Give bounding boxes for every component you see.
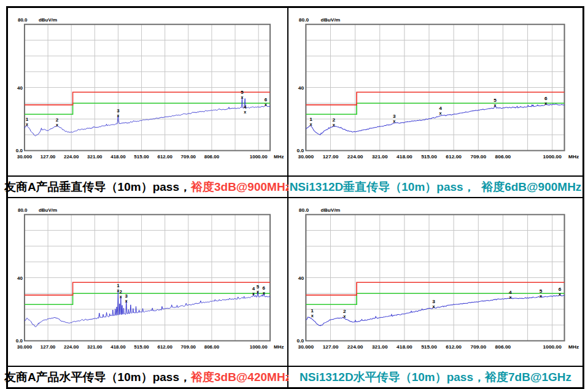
svg-text:3: 3 [393, 114, 396, 119]
chart-nsi1312d-horizontal: 1x2x3x4x5x6x80.0dBuV/m400.030.000127.002… [288, 198, 582, 366]
svg-text:1: 1 [311, 309, 314, 314]
caption-margin-text: 裕度3dB@420MHz [191, 371, 291, 383]
svg-text:x: x [540, 295, 542, 299]
svg-text:515.00: 515.00 [134, 344, 149, 350]
svg-text:806.00: 806.00 [204, 154, 220, 160]
svg-text:0.0: 0.0 [297, 339, 304, 344]
svg-text:x: x [26, 122, 28, 126]
emc-chart-nsi1312d-horizontal: 1x2x3x4x5x6x80.0dBuV/m400.030.000127.002… [288, 198, 582, 366]
svg-text:321.00: 321.00 [87, 154, 103, 160]
caption-text: NSi1312D垂直传导（10m）pass， 裕度6dB@900MHz [290, 181, 582, 193]
caption-text: NSi1312D水平传导（10m）pass，裕度7dB@1GHz [300, 371, 571, 383]
svg-text:40: 40 [298, 85, 304, 91]
svg-text:x: x [509, 295, 511, 300]
caption-nsi1312d-vertical: NSi1312D垂直传导（10m）pass， 裕度6dB@900MHz [288, 177, 582, 197]
svg-text:3: 3 [117, 108, 120, 114]
svg-text:3: 3 [432, 299, 435, 305]
svg-text:418.00: 418.00 [397, 345, 412, 350]
svg-text:1: 1 [117, 283, 120, 288]
svg-text:612.00: 612.00 [446, 155, 462, 160]
svg-text:x: x [393, 119, 395, 124]
caption-text: 友商A产品垂直传导（10m）pass， [4, 181, 191, 193]
svg-text:515.00: 515.00 [421, 345, 437, 350]
svg-text:127.00: 127.00 [41, 154, 56, 160]
svg-text:40: 40 [298, 275, 304, 281]
caption-row-horizontal: 友商A产品水平传导（10m）pass，裕度3dB@420MHz NSi1312D… [8, 366, 582, 388]
svg-text:4: 4 [509, 290, 512, 295]
svg-text:224.00: 224.00 [347, 345, 363, 350]
svg-text:0.0: 0.0 [297, 148, 304, 154]
svg-text:709.00: 709.00 [470, 345, 486, 350]
svg-text:dBuV/m: dBuV/m [321, 17, 341, 23]
svg-text:6: 6 [263, 285, 266, 291]
svg-text:dBuV/m: dBuV/m [39, 17, 57, 23]
caption-competitor-vertical: 友商A产品垂直传导（10m）pass，裕度3dB@900MHz [8, 177, 288, 197]
svg-text:80.0: 80.0 [18, 207, 28, 213]
svg-text:x: x [241, 95, 244, 99]
svg-text:30.000: 30.000 [17, 344, 33, 350]
svg-text:806.00: 806.00 [495, 155, 511, 160]
svg-text:x: x [343, 315, 346, 320]
svg-text:0.0: 0.0 [16, 148, 23, 153]
svg-text:515.00: 515.00 [134, 154, 149, 160]
svg-text:x: x [439, 111, 442, 116]
svg-text:127.00: 127.00 [323, 345, 339, 350]
svg-text:x: x [265, 102, 267, 107]
svg-text:x: x [120, 295, 122, 299]
chart-nsi1312d-vertical: 1x2x3x4x5x6x80.0dBuV/m400.030.000127.002… [288, 8, 582, 175]
svg-text:MHz: MHz [274, 154, 284, 160]
caption-text: 友商A产品水平传导（10m）pass， [4, 371, 191, 383]
svg-text:321.00: 321.00 [372, 155, 388, 160]
emc-chart-competitor-vertical: 1x2x3x4x5x6x80.0dBuV/m400.030.000127.002… [8, 8, 287, 175]
svg-text:3: 3 [125, 293, 128, 299]
svg-text:x: x [257, 290, 259, 294]
svg-text:1000.00: 1000.00 [250, 344, 268, 350]
caption-row-vertical: 友商A产品垂直传导（10m）pass，裕度3dB@900MHz NSi1312D… [8, 175, 582, 198]
svg-text:4: 4 [439, 106, 442, 111]
svg-text:30.000: 30.000 [17, 154, 33, 160]
svg-text:dBuV/m: dBuV/m [39, 207, 57, 213]
svg-text:x: x [432, 305, 435, 310]
svg-text:418.00: 418.00 [110, 344, 126, 350]
svg-text:30.000: 30.000 [298, 155, 314, 160]
svg-text:321.00: 321.00 [87, 344, 103, 350]
svg-text:1: 1 [26, 117, 29, 122]
svg-text:80.0: 80.0 [18, 17, 28, 23]
svg-text:224.00: 224.00 [347, 155, 363, 160]
svg-text:2: 2 [333, 118, 336, 123]
comparison-table: 1x2x3x4x5x6x80.0dBuV/m400.030.000127.002… [6, 6, 584, 389]
svg-text:612.00: 612.00 [446, 345, 462, 350]
svg-text:806.00: 806.00 [495, 345, 511, 350]
svg-text:MHz: MHz [274, 344, 284, 350]
svg-text:1000.00: 1000.00 [543, 345, 562, 350]
caption-margin-text: 裕度3dB@900MHz [191, 181, 291, 193]
svg-text:4: 4 [244, 104, 247, 110]
svg-text:709.00: 709.00 [181, 344, 196, 350]
svg-text:40: 40 [17, 275, 23, 281]
svg-text:6: 6 [265, 97, 268, 102]
caption-competitor-horizontal: 友商A产品水平传导（10m）pass，裕度3dB@420MHz [8, 367, 288, 387]
svg-text:2: 2 [56, 117, 59, 123]
svg-text:5: 5 [493, 98, 497, 103]
emc-chart-nsi1312d-vertical: 1x2x3x4x5x6x80.0dBuV/m400.030.000127.002… [288, 8, 582, 175]
svg-text:40: 40 [17, 85, 23, 91]
svg-text:418.00: 418.00 [397, 155, 412, 160]
svg-text:x: x [244, 110, 246, 114]
svg-text:x: x [263, 291, 265, 295]
svg-text:x: x [559, 292, 561, 297]
svg-text:x: x [494, 103, 497, 108]
svg-text:x: x [125, 299, 128, 303]
svg-text:dBuV/m: dBuV/m [321, 207, 341, 213]
caption-nsi1312d-horizontal: NSi1312D水平传导（10m）pass，裕度7dB@1GHz [288, 367, 582, 387]
svg-text:2: 2 [343, 309, 346, 315]
svg-text:x: x [310, 122, 312, 127]
svg-text:612.00: 612.00 [157, 154, 172, 160]
svg-text:x: x [333, 123, 335, 128]
svg-text:127.00: 127.00 [323, 155, 339, 160]
svg-text:418.00: 418.00 [110, 154, 126, 160]
svg-text:709.00: 709.00 [181, 154, 196, 160]
svg-text:806.00: 806.00 [204, 344, 220, 350]
svg-text:4: 4 [252, 286, 255, 291]
emc-chart-competitor-horizontal: 1x2x3x4x5x6x80.0dBuV/m400.030.000127.002… [8, 198, 287, 366]
svg-text:224.00: 224.00 [64, 154, 79, 160]
